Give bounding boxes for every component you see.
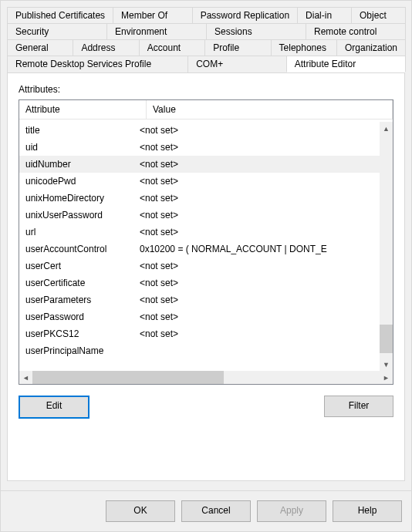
attribute-name: url <box>19 227 133 237</box>
tab-telephones[interactable]: Telephones <box>271 39 337 56</box>
table-row[interactable]: url<not set> <box>19 224 380 241</box>
help-button[interactable]: Help <box>333 500 402 522</box>
horizontal-scroll-track[interactable] <box>32 371 380 384</box>
table-row[interactable]: userPKCS12<not set> <box>19 325 380 342</box>
attribute-name: unicodePwd <box>19 176 133 187</box>
apply-button[interactable]: Apply <box>257 500 326 522</box>
table-row[interactable]: userParameters<not set> <box>19 291 380 308</box>
vertical-scroll-track[interactable] <box>380 135 393 358</box>
dialog-button-bar: OK Cancel Apply Help <box>1 490 411 531</box>
tab-object[interactable]: Object <box>351 7 406 23</box>
scroll-left-icon[interactable]: ◄ <box>19 371 32 384</box>
attribute-value: <not set> <box>133 176 380 187</box>
ok-button[interactable]: OK <box>106 500 175 522</box>
cancel-button[interactable]: Cancel <box>181 500 251 522</box>
attribute-name: userPassword <box>19 311 133 322</box>
attribute-value: <not set> <box>133 227 380 237</box>
scroll-right-icon[interactable]: ► <box>380 371 393 384</box>
tab-sessions[interactable]: Sessions <box>206 23 306 39</box>
attribute-name: userPKCS12 <box>19 328 133 339</box>
attribute-name: unixHomeDirectory <box>19 193 133 204</box>
tab-dial-in[interactable]: Dial-in <box>297 7 352 23</box>
attribute-name: userCertificate <box>19 278 133 288</box>
attribute-value: <not set> <box>133 261 380 271</box>
attribute-name: userPrincipalName <box>19 345 133 356</box>
table-row[interactable]: uid<not set> <box>19 139 380 156</box>
tab-remote-control[interactable]: Remote control <box>306 23 406 39</box>
tab-published-certificates[interactable]: Published Certificates <box>7 7 113 23</box>
filter-button[interactable]: Filter <box>324 396 393 417</box>
vertical-scroll-thumb[interactable] <box>380 325 393 354</box>
column-header-value[interactable]: Value <box>147 100 393 119</box>
table-row[interactable]: unicodePwd<not set> <box>19 173 380 190</box>
panel-button-row: Edit Filter <box>19 396 393 419</box>
scroll-up-icon[interactable]: ▲ <box>380 122 393 135</box>
horizontal-scroll-thumb[interactable] <box>32 371 224 384</box>
horizontal-scrollbar[interactable]: ◄ ► <box>19 371 393 384</box>
attribute-value: <not set> <box>133 278 380 288</box>
attribute-value: <not set> <box>133 159 380 170</box>
attribute-name: userParameters <box>19 295 133 305</box>
attribute-name: unixUserPassword <box>19 210 133 221</box>
tab-security[interactable]: Security <box>7 23 107 39</box>
tab-password-replication[interactable]: Password Replication <box>192 7 298 23</box>
tab-organization[interactable]: Organization <box>336 39 406 56</box>
attributes-listbox[interactable]: Attribute Value title<not set>uid<not se… <box>19 99 393 385</box>
column-header-attribute[interactable]: Attribute <box>19 100 147 119</box>
table-row[interactable]: userAccountControl0x10200 = ( NORMAL_ACC… <box>19 241 380 258</box>
tab-account[interactable]: Account <box>139 39 205 56</box>
attribute-name: uid <box>19 142 133 153</box>
attribute-value: <not set> <box>133 311 380 322</box>
tab-environment[interactable]: Environment <box>106 23 207 39</box>
tab-profile[interactable]: Profile <box>204 39 271 56</box>
attribute-value: <not set> <box>133 328 380 339</box>
vertical-scrollbar[interactable]: ▲ ▼ <box>380 122 393 371</box>
tab-member-of[interactable]: Member Of <box>113 7 193 23</box>
attribute-name: title <box>19 125 133 136</box>
attribute-value: <not set> <box>133 193 380 204</box>
table-row[interactable]: unixHomeDirectory<not set> <box>19 190 380 207</box>
tab-address[interactable]: Address <box>73 39 139 56</box>
table-row[interactable]: title<not set> <box>19 122 380 139</box>
properties-dialog: Published CertificatesMember OfPassword … <box>0 0 412 532</box>
tab-general[interactable]: General <box>7 39 73 56</box>
attribute-name: userCert <box>19 261 133 271</box>
attribute-name: userAccountControl <box>19 244 133 254</box>
attribute-rows: title<not set>uid<not set>uidNumber<not … <box>19 122 380 371</box>
table-row[interactable]: userPassword<not set> <box>19 308 380 325</box>
tab-strip: Published CertificatesMember OfPassword … <box>1 1 411 72</box>
table-row[interactable]: userCertificate<not set> <box>19 274 380 291</box>
table-row[interactable]: unixUserPassword<not set> <box>19 207 380 224</box>
table-row[interactable]: userPrincipalName <box>19 342 380 359</box>
attribute-value: <not set> <box>133 142 380 153</box>
table-row[interactable]: uidNumber<not set> <box>19 156 380 173</box>
attribute-value: <not set> <box>133 210 380 221</box>
table-row[interactable]: userCert<not set> <box>19 258 380 274</box>
attribute-value: 0x10200 = ( NORMAL_ACCOUNT | DONT_E <box>133 244 380 254</box>
edit-button[interactable]: Edit <box>19 396 89 419</box>
attribute-name: uidNumber <box>19 159 133 170</box>
attribute-editor-panel: Attributes: Attribute Value title<not se… <box>7 72 405 481</box>
tab-remote-desktop-services-profile[interactable]: Remote Desktop Services Profile <box>7 56 188 72</box>
scroll-down-icon[interactable]: ▼ <box>380 358 393 371</box>
attributes-label: Attributes: <box>19 84 393 95</box>
tab-attribute-editor[interactable]: Attribute Editor <box>286 56 406 72</box>
column-headers: Attribute Value <box>19 100 393 120</box>
tab-com-[interactable]: COM+ <box>187 56 287 72</box>
attribute-value: <not set> <box>133 295 380 305</box>
attribute-value: <not set> <box>133 125 380 136</box>
